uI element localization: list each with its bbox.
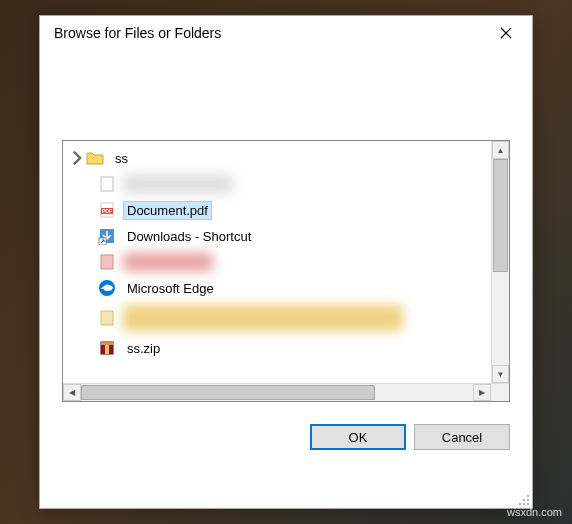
svg-point-14 <box>527 499 529 501</box>
svg-rect-6 <box>101 255 113 269</box>
chevron-right-icon[interactable] <box>69 150 85 166</box>
edge-icon <box>97 278 117 298</box>
svg-point-16 <box>523 503 525 505</box>
dialog-title: Browse for Files or Folders <box>54 25 486 41</box>
tree-item-label: ss.zip <box>123 339 164 358</box>
pdf-icon: PDF <box>97 200 117 220</box>
watermark: wsxdn.com <box>507 506 562 518</box>
archive-icon <box>97 338 117 358</box>
resize-grip[interactable] <box>516 492 530 506</box>
tree-item-label: Microsoft Edge <box>123 279 218 298</box>
file-icon <box>97 308 117 328</box>
blurred-label <box>123 253 213 271</box>
tree-item-blurred[interactable] <box>63 301 491 335</box>
tree-item-downloads-shortcut[interactable]: Downloads - Shortcut <box>63 223 491 249</box>
scroll-left-button[interactable]: ◀ <box>63 384 81 401</box>
tree-folder-root[interactable]: ss <box>63 145 491 171</box>
button-row: OK Cancel <box>62 424 510 450</box>
svg-rect-8 <box>101 311 113 325</box>
tree-item-blurred[interactable] <box>63 171 491 197</box>
svg-point-17 <box>527 503 529 505</box>
scroll-right-button[interactable]: ▶ <box>473 384 491 401</box>
tree-item-blurred[interactable] <box>63 249 491 275</box>
file-tree[interactable]: ss PDF Document.pdf <box>63 141 491 383</box>
folder-icon <box>85 148 105 168</box>
file-tree-box: ss PDF Document.pdf <box>62 140 510 402</box>
svg-point-15 <box>519 503 521 505</box>
tree-item-label: ss <box>111 149 132 168</box>
shortcut-icon <box>97 226 117 246</box>
vertical-scrollbar[interactable]: ▲ ▼ <box>491 141 509 383</box>
svg-point-12 <box>527 495 529 497</box>
svg-text:PDF: PDF <box>102 208 112 214</box>
file-icon <box>97 174 117 194</box>
scroll-thumb[interactable] <box>81 385 375 400</box>
svg-rect-0 <box>101 177 113 191</box>
scroll-up-button[interactable]: ▲ <box>492 141 509 159</box>
file-icon <box>97 252 117 272</box>
scroll-track[interactable] <box>81 384 473 401</box>
tree-item-label: Downloads - Shortcut <box>123 227 255 246</box>
scroll-track[interactable] <box>492 159 509 365</box>
tree-item-microsoft-edge[interactable]: Microsoft Edge <box>63 275 491 301</box>
scroll-down-button[interactable]: ▼ <box>492 365 509 383</box>
cancel-button[interactable]: Cancel <box>414 424 510 450</box>
svg-point-13 <box>523 499 525 501</box>
tree-item-document-pdf[interactable]: PDF Document.pdf <box>63 197 491 223</box>
file-tree-area: ss PDF Document.pdf <box>63 141 509 383</box>
blurred-label <box>123 175 233 193</box>
resize-grip-icon <box>516 492 530 506</box>
titlebar: Browse for Files or Folders <box>40 16 532 50</box>
scroll-thumb[interactable] <box>493 159 508 272</box>
close-button[interactable] <box>486 19 526 47</box>
tree-item-ss-zip[interactable]: ss.zip <box>63 335 491 361</box>
horizontal-scrollbar[interactable]: ◀ ▶ <box>63 383 509 401</box>
svg-rect-10 <box>101 342 113 345</box>
svg-rect-11 <box>105 345 109 354</box>
browse-dialog: Browse for Files or Folders ss <box>39 15 533 509</box>
ok-button[interactable]: OK <box>310 424 406 450</box>
dialog-content: ss PDF Document.pdf <box>40 50 532 508</box>
close-icon <box>500 27 512 39</box>
blurred-label <box>123 305 403 331</box>
tree-item-label: Document.pdf <box>123 201 212 220</box>
scroll-corner <box>491 384 509 401</box>
